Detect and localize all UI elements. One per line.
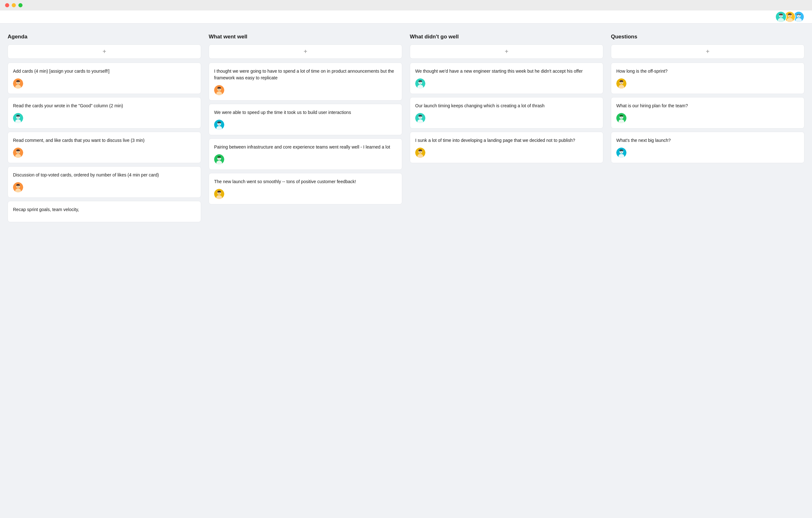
- svg-point-4: [782, 15, 782, 16]
- svg-point-74: [622, 82, 622, 83]
- svg-point-48: [218, 158, 219, 158]
- svg-point-54: [220, 192, 221, 193]
- card-avatar: [415, 147, 425, 158]
- card[interactable]: I sunk a lot of time into developing a l…: [410, 132, 603, 163]
- svg-point-29: [19, 151, 19, 152]
- svg-point-64: [421, 116, 422, 117]
- card-text: I sunk a lot of time into developing a l…: [415, 137, 598, 144]
- main-content: Agenda+Add cards (4 min) [assign your ca…: [0, 24, 812, 233]
- svg-point-79: [622, 116, 622, 117]
- card-avatar: [13, 113, 23, 123]
- svg-point-63: [419, 116, 420, 117]
- board: Agenda+Add cards (4 min) [assign your ca…: [8, 34, 804, 225]
- add-card-button-went-well[interactable]: +: [209, 45, 402, 59]
- svg-point-33: [17, 186, 18, 186]
- svg-point-49: [220, 158, 221, 158]
- card-avatar: [13, 78, 23, 88]
- card-text: The new launch went so smoothly -- tons …: [214, 179, 397, 185]
- card[interactable]: Read comment, and like cards that you wa…: [8, 132, 201, 163]
- maximize-button[interactable]: [19, 3, 23, 7]
- card[interactable]: Pairing between infrastructure and core …: [209, 138, 402, 170]
- svg-point-84: [622, 151, 622, 152]
- svg-point-18: [17, 82, 18, 83]
- svg-point-34: [19, 186, 19, 186]
- svg-point-68: [419, 151, 420, 152]
- svg-point-59: [421, 82, 422, 83]
- add-card-button-questions[interactable]: +: [611, 45, 804, 59]
- column-questions: Questions+How long is the off-sprint? Wh…: [611, 34, 804, 166]
- card-text: Read comment, and like cards that you wa…: [13, 137, 196, 144]
- svg-point-44: [220, 123, 221, 124]
- card-avatar: [616, 78, 627, 88]
- card[interactable]: Discussion of top-voted cards, ordered b…: [8, 166, 201, 198]
- card[interactable]: What's the next big launch?: [611, 132, 804, 163]
- minimize-button[interactable]: [12, 3, 16, 7]
- svg-point-19: [19, 82, 19, 83]
- card-avatar: [214, 85, 224, 95]
- column-header-agenda: Agenda: [8, 34, 201, 40]
- svg-point-83: [620, 151, 621, 152]
- column-header-questions: Questions: [611, 34, 804, 40]
- svg-point-23: [17, 116, 18, 117]
- svg-point-43: [218, 123, 219, 124]
- card-avatar: [214, 189, 224, 199]
- card-text: Discussion of top-voted cards, ordered b…: [13, 172, 196, 179]
- svg-point-28: [17, 151, 18, 152]
- card[interactable]: What is our hiring plan for the team?: [611, 97, 804, 129]
- card-avatar: [616, 113, 627, 123]
- card-text: Pairing between infrastructure and core …: [214, 144, 397, 151]
- card-avatar: [415, 78, 425, 88]
- svg-point-14: [799, 15, 800, 16]
- card-text: We were able to speed up the time it too…: [214, 109, 397, 116]
- card-avatar: [415, 113, 425, 123]
- svg-point-24: [19, 116, 19, 117]
- svg-point-3: [780, 15, 780, 16]
- card-avatar: [13, 182, 23, 192]
- card-text: Read the cards your wrote in the "Good" …: [13, 103, 196, 109]
- close-button[interactable]: [5, 3, 9, 7]
- svg-point-73: [620, 82, 621, 83]
- column-header-didnt-go-well: What didn't go well: [410, 34, 603, 40]
- svg-point-2: [778, 18, 784, 23]
- add-card-button-didnt-go-well[interactable]: +: [410, 45, 603, 59]
- card-text: What is our hiring plan for the team?: [616, 103, 799, 109]
- svg-point-78: [620, 116, 621, 117]
- svg-point-9: [790, 15, 791, 16]
- titlebar: [0, 0, 812, 10]
- svg-point-58: [419, 82, 420, 83]
- card-text: How long is the off-sprint?: [616, 68, 799, 75]
- card[interactable]: We were able to speed up the time it too…: [209, 104, 402, 135]
- add-card-button-agenda[interactable]: +: [8, 45, 201, 59]
- card-avatar: [13, 147, 23, 158]
- card[interactable]: Our launch timing keeps changing which i…: [410, 97, 603, 129]
- traffic-lights: [5, 3, 23, 7]
- card[interactable]: Read the cards your wrote in the "Good" …: [8, 97, 201, 129]
- card-text: Our launch timing keeps changing which i…: [415, 103, 598, 109]
- column-went-well: What went well+I thought we were going t…: [209, 34, 402, 208]
- card-avatar: [214, 154, 224, 164]
- svg-point-39: [220, 88, 221, 89]
- app-header: [0, 10, 812, 24]
- card[interactable]: I thought we were going to have to spend…: [209, 62, 402, 101]
- card-avatar: [214, 120, 224, 130]
- svg-point-8: [788, 15, 789, 16]
- avatar-1[interactable]: [775, 11, 787, 23]
- svg-point-38: [218, 88, 219, 89]
- svg-point-12: [795, 18, 802, 23]
- card-text: What's the next big launch?: [616, 137, 799, 144]
- svg-point-69: [421, 151, 422, 152]
- card[interactable]: The new launch went so smoothly -- tons …: [209, 173, 402, 205]
- card[interactable]: Add cards (4 min) [assign your cards to …: [8, 62, 201, 94]
- card[interactable]: Recap sprint goals, team velocity,: [8, 201, 201, 222]
- card-text: Recap sprint goals, team velocity,: [13, 206, 196, 213]
- card[interactable]: We thought we'd have a new engineer star…: [410, 62, 603, 94]
- card-avatar: [616, 147, 627, 158]
- user-avatars: [778, 11, 804, 23]
- svg-point-13: [798, 15, 798, 16]
- column-header-went-well: What went well: [209, 34, 402, 40]
- card[interactable]: How long is the off-sprint?: [611, 62, 804, 94]
- svg-point-7: [787, 18, 793, 23]
- column-agenda: Agenda+Add cards (4 min) [assign your ca…: [8, 34, 201, 225]
- card-text: I thought we were going to have to spend…: [214, 68, 397, 81]
- card-text: Add cards (4 min) [assign your cards to …: [13, 68, 196, 75]
